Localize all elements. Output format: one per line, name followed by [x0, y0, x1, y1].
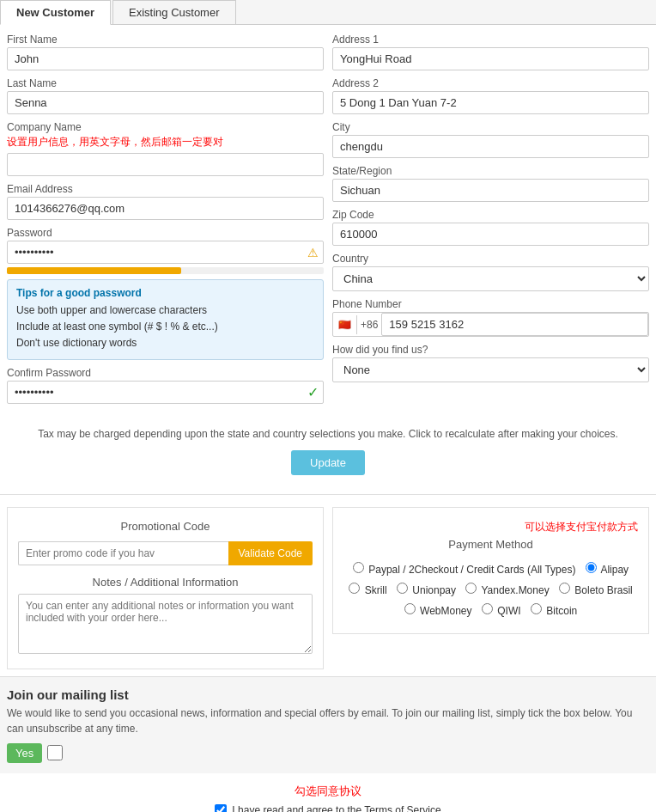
- how-find-select[interactable]: None: [332, 357, 649, 382]
- payment-label-yandex[interactable]: Yandex.Money: [465, 584, 552, 596]
- payment-section: 可以选择支付宝付款方式 Payment Method Paypal / 2Che…: [332, 507, 649, 634]
- payment-radio-unionpay[interactable]: [397, 583, 408, 594]
- last-name-label: Last Name: [7, 77, 324, 89]
- payment-chinese-note: 可以选择支付宝付款方式: [343, 520, 638, 534]
- payment-section-wrapper: 可以选择支付宝付款方式 Payment Method Paypal / 2Che…: [332, 507, 649, 669]
- terms-checkbox[interactable]: [215, 804, 227, 812]
- payment-label-webmoney[interactable]: WebMoney: [404, 605, 475, 617]
- state-label: State/Region: [332, 165, 649, 177]
- payment-text-webmoney: WebMoney: [420, 605, 471, 617]
- email-label: Email Address: [7, 183, 324, 195]
- phone-label: Phone Number: [332, 298, 649, 310]
- company-name-group: Company Name 设置用户信息，用英文字母，然后邮箱一定要对: [7, 121, 324, 176]
- password-tips-box: Tips for a good password Use both upper …: [7, 279, 324, 360]
- address1-label: Address 1: [332, 34, 649, 46]
- payment-radio-paypal[interactable]: [353, 562, 364, 573]
- first-name-label: First Name: [7, 34, 324, 46]
- left-column: First Name Last Name Company Name 设置用户信息…: [7, 34, 324, 411]
- phone-input[interactable]: [381, 313, 648, 336]
- address2-input[interactable]: [332, 91, 649, 114]
- tab-new-customer[interactable]: New Customer: [0, 0, 111, 25]
- last-name-input[interactable]: [7, 91, 324, 114]
- first-name-input[interactable]: [7, 47, 324, 70]
- password-tips-title: Tips for a good password: [16, 287, 314, 299]
- password-strength-bar: [7, 267, 324, 274]
- password-tip-3: Don't use dictionary words: [16, 335, 314, 351]
- mailing-yes-button[interactable]: Yes: [7, 743, 42, 763]
- address1-group: Address 1: [332, 34, 649, 70]
- password-input[interactable]: [7, 241, 324, 264]
- notes-title: Notes / Additional Information: [18, 576, 313, 589]
- validate-button[interactable]: Validate Code: [228, 541, 313, 565]
- payment-title: Payment Method: [343, 538, 638, 551]
- payment-radio-qiwi[interactable]: [482, 603, 493, 614]
- promo-input[interactable]: [18, 541, 228, 565]
- promo-section: Promotional Code Validate Code Notes / A…: [7, 507, 324, 669]
- flag-icon: 🇨🇳: [338, 319, 351, 331]
- payment-radio-boleto[interactable]: [559, 583, 570, 594]
- payment-options: Paypal / 2Checkout / Credit Cards (All T…: [343, 559, 638, 621]
- payment-row-2: Skrill Unionpay Yandex.Money Boleto Bras…: [343, 580, 638, 601]
- country-select[interactable]: China: [332, 266, 649, 291]
- terms-row: I have read and agree to the Terms of Se…: [7, 804, 649, 812]
- confirm-password-wrapper: ✓: [7, 381, 324, 404]
- payment-text-boleto: Boleto Brasil: [574, 584, 632, 596]
- phone-group: Phone Number 🇨🇳 +86: [332, 298, 649, 337]
- payment-text-alipay: Alipay: [600, 564, 629, 576]
- password-strength-fill: [7, 267, 181, 274]
- address2-group: Address 2: [332, 77, 649, 114]
- state-input[interactable]: [332, 179, 649, 202]
- payment-radio-bitcoin[interactable]: [531, 603, 542, 614]
- right-column: Address 1 Address 2 City State/Region Zi…: [332, 34, 649, 411]
- payment-row-3: WebMoney QIWI Bitcoin: [343, 601, 638, 621]
- email-group: Email Address: [7, 183, 324, 220]
- password-ok-icon: ✓: [307, 384, 319, 400]
- confirm-password-group: Confirm Password ✓: [7, 367, 324, 404]
- payment-label-paypal[interactable]: Paypal / 2Checkout / Credit Cards (All T…: [353, 564, 579, 576]
- payment-label-boleto[interactable]: Boleto Brasil: [559, 584, 633, 596]
- terms-chinese-note: 勾选同意协议: [7, 784, 649, 799]
- promo-title: Promotional Code: [18, 520, 313, 533]
- tax-note: Tax may be charged depending upon the st…: [0, 419, 656, 445]
- notes-textarea[interactable]: [18, 594, 313, 654]
- phone-code: +86: [357, 319, 381, 331]
- payment-text-yandex: Yandex.Money: [481, 584, 549, 596]
- zip-input[interactable]: [332, 223, 649, 246]
- email-input[interactable]: [7, 197, 324, 220]
- payment-label-unionpay[interactable]: Unionpay: [397, 584, 459, 596]
- payment-text-paypal: Paypal / 2Checkout / Credit Cards (All T…: [368, 564, 575, 576]
- phone-flag[interactable]: 🇨🇳: [333, 315, 357, 334]
- password-wrapper: ⚠: [7, 241, 324, 264]
- zip-label: Zip Code: [332, 209, 649, 221]
- bottom-row: Promotional Code Validate Code Notes / A…: [0, 500, 656, 676]
- update-button[interactable]: Update: [291, 450, 365, 475]
- address1-input[interactable]: [332, 47, 649, 70]
- payment-label-skrill[interactable]: Skrill: [349, 584, 390, 596]
- payment-label-alipay[interactable]: Alipay: [586, 564, 629, 576]
- company-name-input[interactable]: [7, 153, 324, 176]
- how-find-label: How did you find us?: [332, 344, 649, 356]
- tab-existing-customer[interactable]: Existing Customer: [112, 0, 235, 24]
- payment-label-qiwi[interactable]: QIWI: [482, 605, 524, 617]
- payment-text-qiwi: QIWI: [497, 605, 520, 617]
- mailing-description: We would like to send you occasional new…: [7, 705, 649, 736]
- confirm-password-input[interactable]: [7, 381, 324, 404]
- payment-radio-skrill[interactable]: [349, 583, 360, 594]
- password-tip-1: Use both upper and lowercase characters: [16, 302, 314, 319]
- password-warn-icon: ⚠: [307, 246, 319, 259]
- city-input[interactable]: [332, 135, 649, 158]
- company-name-label: Company Name: [7, 121, 324, 133]
- payment-text-bitcoin: Bitcoin: [546, 605, 577, 617]
- payment-row-1: Paypal / 2Checkout / Credit Cards (All T…: [343, 559, 638, 580]
- left-bottom: Promotional Code Validate Code Notes / A…: [7, 507, 324, 669]
- mailing-checkbox[interactable]: [47, 745, 63, 760]
- mailing-title: Join our mailing list: [7, 687, 649, 702]
- confirm-password-label: Confirm Password: [7, 367, 324, 379]
- state-group: State/Region: [332, 165, 649, 202]
- country-label: Country: [332, 253, 649, 265]
- payment-radio-alipay[interactable]: [586, 562, 597, 573]
- payment-radio-webmoney[interactable]: [404, 603, 416, 614]
- payment-label-bitcoin[interactable]: Bitcoin: [531, 605, 577, 617]
- payment-radio-yandex[interactable]: [465, 583, 477, 594]
- city-group: City: [332, 121, 649, 158]
